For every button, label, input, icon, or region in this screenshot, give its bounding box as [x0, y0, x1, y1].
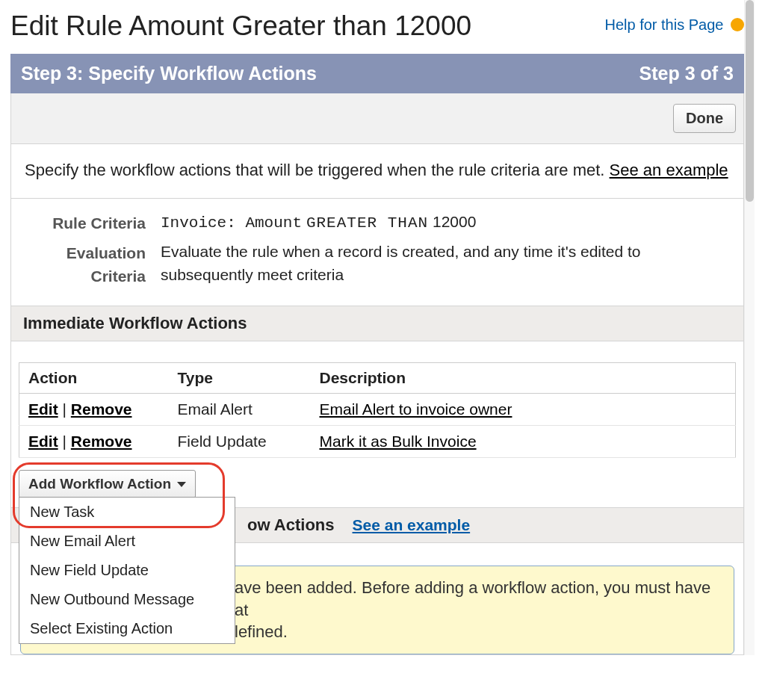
step-bar-title: Step 3: Specify Workflow Actions — [21, 63, 639, 84]
table-row: Edit | Remove Field Update Mark it as Bu… — [19, 426, 736, 458]
row-description-link[interactable]: Email Alert to invoice owner — [320, 400, 512, 418]
instruction-body: Specify the workflow actions that will b… — [25, 161, 610, 179]
done-button[interactable]: Done — [673, 104, 736, 133]
menu-item-new-outbound-message[interactable]: New Outbound Message — [19, 585, 235, 614]
row-type: Email Alert — [169, 394, 311, 426]
help-icon — [731, 18, 744, 31]
warning-line1: ave been added. Before adding a workflow… — [235, 578, 710, 619]
immediate-actions-table: Action Type Description Edit | Remove Em… — [19, 362, 736, 458]
menu-item-new-task[interactable]: New Task — [19, 498, 235, 527]
page-title: Edit Rule Amount Greater than 12000 — [10, 10, 604, 42]
scrollbar-thumb[interactable] — [746, 0, 754, 202]
instruction-text: Specify the workflow actions that will b… — [11, 144, 743, 199]
menu-item-new-field-update[interactable]: New Field Update — [19, 556, 235, 585]
menu-item-select-existing-action[interactable]: Select Existing Action — [19, 614, 235, 643]
immediate-actions-heading: Immediate Workflow Actions — [11, 306, 743, 341]
help-for-this-page-link[interactable]: Help for this Page — [604, 16, 744, 34]
toolbar: Done — [11, 93, 743, 144]
evaluation-criteria-value: Evaluate the rule when a record is creat… — [161, 241, 728, 288]
add-workflow-action-menu: New Task New Email Alert New Field Updat… — [19, 497, 235, 644]
edit-link[interactable]: Edit — [28, 433, 58, 450]
step-bar-progress: Step 3 of 3 — [639, 63, 734, 84]
remove-link[interactable]: Remove — [71, 433, 132, 450]
edit-link[interactable]: Edit — [28, 400, 58, 418]
chevron-down-icon — [177, 482, 186, 487]
see-example-link[interactable]: See an example — [610, 161, 728, 179]
row-type: Field Update — [169, 426, 311, 458]
rule-criteria-label: Rule Criteria — [26, 211, 161, 235]
separator: | — [63, 400, 71, 418]
step-bar: Step 3: Specify Workflow Actions Step 3 … — [10, 54, 744, 93]
menu-item-new-email-alert[interactable]: New Email Alert — [19, 527, 235, 556]
help-link-label: Help for this Page — [604, 16, 723, 33]
table-row: Edit | Remove Email Alert Email Alert to… — [19, 394, 736, 426]
add-workflow-action-label: Add Workflow Action — [28, 476, 171, 492]
rule-criteria-field: Invoice: Amount — [161, 214, 302, 232]
warning-line2: lefined. — [235, 622, 288, 641]
rule-criteria-value: Invoice: Amount GREATER THAN 12000 — [161, 211, 728, 235]
remove-link[interactable]: Remove — [71, 400, 132, 418]
col-action-header: Action — [19, 363, 169, 394]
vertical-scrollbar[interactable] — [744, 0, 755, 655]
add-workflow-action-button[interactable]: Add Workflow Action — [19, 470, 196, 498]
see-example-link-blue[interactable]: See an example — [353, 516, 471, 534]
rule-criteria-operator: GREATER THAN — [306, 214, 428, 232]
rule-criteria-number: 12000 — [433, 213, 476, 230]
separator: | — [63, 433, 71, 450]
row-description-link[interactable]: Mark it as Bulk Invoice — [320, 433, 477, 450]
col-description-header: Description — [311, 363, 736, 394]
col-type-header: Type — [169, 363, 311, 394]
evaluation-criteria-label: Evaluation Criteria — [26, 241, 161, 288]
